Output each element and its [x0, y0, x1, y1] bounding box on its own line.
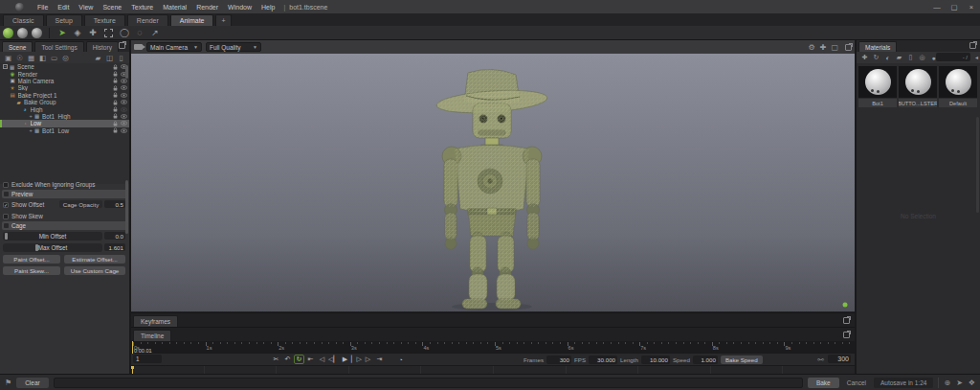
- lock-icon[interactable]: [111, 92, 120, 98]
- folder-icon[interactable]: ▰: [94, 54, 102, 62]
- scene-tree-scrollbar[interactable]: [125, 65, 128, 79]
- bake-speed-button[interactable]: Bake Speed: [721, 356, 763, 364]
- min-offset-slider[interactable]: Min Offset: [3, 232, 102, 241]
- search-icon[interactable]: ◎: [61, 54, 70, 62]
- tree-row-low[interactable]: ◔Low: [0, 120, 129, 126]
- link-icon[interactable]: ⧟: [817, 356, 824, 363]
- loop-frames-field[interactable]: 300: [828, 355, 851, 363]
- tree-row-bake-project-1[interactable]: ▤Bake Project 1: [0, 92, 129, 99]
- exclude-groups-checkbox[interactable]: [3, 182, 9, 188]
- settings-gear-icon[interactable]: ⚙: [809, 43, 815, 52]
- lighting-view-sphere-icon[interactable]: [32, 28, 42, 38]
- paint-offset-button[interactable]: Paint Offset...: [3, 255, 60, 264]
- material-search-input[interactable]: - /: [936, 53, 970, 61]
- eye-icon[interactable]: [120, 107, 128, 112]
- lock-icon[interactable]: [111, 127, 120, 133]
- material-item-butto-lster[interactable]: BUTTO...LSTER: [899, 66, 937, 107]
- length-field[interactable]: 10.000: [641, 356, 670, 364]
- cancel-button[interactable]: Cancel: [844, 379, 869, 386]
- menu-material[interactable]: Material: [158, 4, 191, 11]
- cage-section-header[interactable]: Cage: [2, 221, 127, 230]
- estimate-offset-button[interactable]: Estimate Offset...: [64, 255, 125, 264]
- paint-skew-button[interactable]: Paint Skew...: [3, 266, 60, 275]
- tree-row-render[interactable]: ◉Render: [0, 70, 129, 77]
- max-offset-handle[interactable]: [35, 244, 38, 251]
- tree-row-main-camera[interactable]: ▣Main Camera: [0, 78, 129, 84]
- maximize-viewport-icon[interactable]: ▢: [831, 43, 838, 52]
- tree-row-bot1_low[interactable]: +▦Bot1_Low: [0, 127, 129, 134]
- lock-icon[interactable]: [111, 121, 120, 126]
- duplicate-icon[interactable]: ◫: [105, 54, 114, 62]
- use-custom-cage-button[interactable]: Use Custom Cage: [64, 266, 125, 275]
- lock-icon[interactable]: [111, 64, 120, 70]
- keyframe-track[interactable]: [131, 365, 855, 374]
- play-button[interactable]: ▶: [340, 355, 350, 364]
- max-offset-value[interactable]: 1.601: [104, 243, 125, 251]
- materials-scrollbar[interactable]: [976, 117, 979, 213]
- frames-field[interactable]: 300: [546, 356, 571, 364]
- tree-row-high[interactable]: ◕High: [0, 105, 129, 112]
- workspace-tab-texture[interactable]: Texture: [84, 14, 125, 26]
- eye-icon[interactable]: [120, 128, 128, 133]
- material-folder-icon[interactable]: ▰: [895, 54, 903, 61]
- material-view-sphere-icon[interactable]: [17, 28, 28, 38]
- undock-viewport-icon[interactable]: [845, 44, 852, 51]
- tree-row-sky[interactable]: ☀Sky: [0, 84, 129, 91]
- select-tool-icon[interactable]: ➤: [56, 27, 68, 38]
- menu-file[interactable]: File: [33, 4, 53, 11]
- step-forward-button[interactable]: ▏▷: [351, 355, 362, 364]
- lock-icon[interactable]: [111, 78, 120, 83]
- panel-tab-scene[interactable]: Scene: [2, 41, 33, 52]
- lock-icon[interactable]: [111, 71, 120, 77]
- transform-tool-icon[interactable]: ✚: [87, 27, 99, 38]
- workspace-tab-render[interactable]: Render: [127, 14, 168, 26]
- marquee-select-icon[interactable]: [104, 29, 113, 37]
- section-toggle-icon[interactable]: [4, 223, 9, 228]
- lock-icon[interactable]: [111, 113, 120, 119]
- menu-window[interactable]: Window: [223, 4, 256, 11]
- shaded-view-sphere-icon[interactable]: [3, 28, 13, 38]
- workspace-tab-classic[interactable]: Classic: [3, 14, 44, 26]
- menu-view[interactable]: View: [74, 4, 98, 11]
- materials-tab[interactable]: Materials: [858, 41, 897, 52]
- menu-render[interactable]: Render: [191, 4, 223, 11]
- lock-icon[interactable]: [111, 85, 120, 91]
- add-camera-icon[interactable]: ▣: [4, 54, 12, 62]
- timeline-tab[interactable]: Timeline: [133, 330, 171, 341]
- convert-material-icon[interactable]: ◐: [883, 55, 892, 61]
- cursor-mode-icon[interactable]: ➤: [956, 379, 963, 387]
- fps-field[interactable]: 30.000: [589, 356, 617, 364]
- show-skew-checkbox[interactable]: [3, 214, 9, 219]
- current-frame-field[interactable]: 1: [133, 355, 162, 363]
- delete-material-icon[interactable]: ▯: [906, 54, 915, 61]
- add-sky-icon[interactable]: ◧: [38, 54, 47, 62]
- lock-icon[interactable]: [111, 106, 120, 112]
- step-back-button[interactable]: ◁▏: [328, 355, 339, 364]
- minimize-button[interactable]: —: [932, 3, 942, 11]
- bake-button[interactable]: Bake: [808, 378, 839, 388]
- add-mesh-icon[interactable]: ▦: [27, 54, 35, 62]
- eye-icon[interactable]: [120, 121, 128, 126]
- menu-scene[interactable]: Scene: [98, 4, 126, 11]
- tree-row-bot1_high[interactable]: +▦Bot1_High: [0, 113, 129, 120]
- log-icon[interactable]: ⚑: [5, 379, 11, 387]
- menu-edit[interactable]: Edit: [53, 4, 74, 11]
- panel-tab-history[interactable]: History: [86, 41, 119, 52]
- circle-select-icon[interactable]: ◯: [119, 27, 130, 38]
- undock-materials-icon[interactable]: [969, 42, 976, 49]
- eye-icon[interactable]: [120, 114, 128, 119]
- section-toggle-icon[interactable]: [4, 192, 9, 196]
- collapse-icon[interactable]: −: [3, 64, 8, 69]
- material-item-bot1[interactable]: Bot1: [858, 66, 897, 107]
- filter-icon[interactable]: ◂: [975, 54, 978, 60]
- close-button[interactable]: ×: [967, 3, 976, 11]
- snap-icon[interactable]: ⊕: [944, 379, 950, 387]
- play-reverse-button[interactable]: ◁: [317, 355, 327, 364]
- play-alt-button[interactable]: ▷: [363, 355, 373, 364]
- undock-scene-panel-icon[interactable]: [119, 42, 125, 49]
- preview-section-header[interactable]: Preview: [2, 190, 127, 198]
- pick-material-icon[interactable]: ◎: [918, 54, 926, 61]
- object-tool-icon[interactable]: ◈: [72, 27, 83, 38]
- timeline-ruler[interactable]: 0:00.01 0s1s2s3s4s5s6s7s8s9s: [131, 341, 855, 354]
- eye-icon[interactable]: [120, 79, 128, 83]
